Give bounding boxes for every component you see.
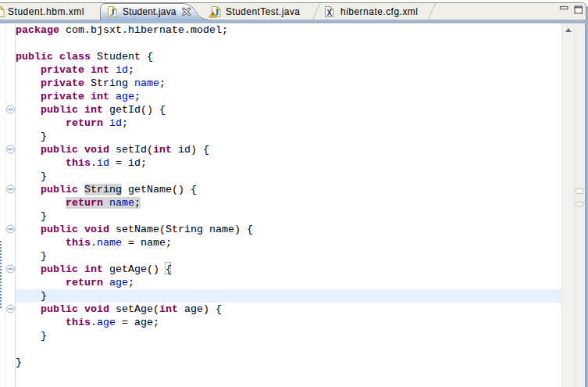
svg-text:Student.java: Student.java [123,6,176,17]
svg-text:hibernate.cfg.xml: hibernate.cfg.xml [340,6,418,17]
svg-text:StudentTest.java: StudentTest.java [226,6,300,17]
svg-text:J: J [110,6,116,18]
svg-text:Student.hbm.xml: Student.hbm.xml [8,6,84,17]
svg-text:X: X [326,9,332,17]
